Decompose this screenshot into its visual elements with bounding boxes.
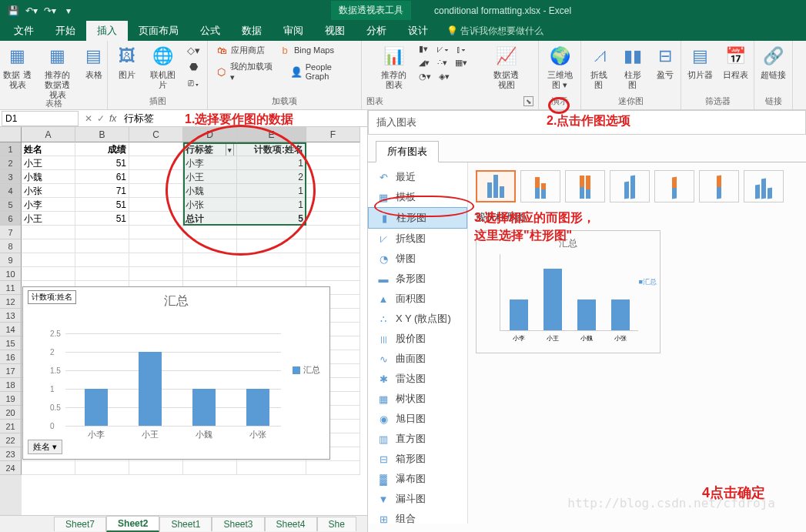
bing-maps-button[interactable]: bBing Maps <box>276 42 337 58</box>
cell[interactable] <box>306 156 360 170</box>
subtype-stacked[interactable] <box>520 170 560 202</box>
picture-button[interactable]: 🖼图片 <box>112 42 142 82</box>
cell[interactable]: 51 <box>75 198 129 212</box>
chart-type-雷达图[interactable]: ✱雷达图 <box>368 369 467 389</box>
cell[interactable] <box>75 226 129 239</box>
my-addins-button[interactable]: ⬡我的加载项 ▾ <box>212 59 279 84</box>
smartart-button[interactable]: ⬣ <box>185 59 203 74</box>
row-header-3[interactable]: 3 <box>0 170 22 184</box>
cell[interactable] <box>75 461 129 475</box>
cell[interactable]: 计数项:姓名 <box>237 142 306 156</box>
store-button[interactable]: 🛍应用商店 <box>212 42 268 58</box>
cell[interactable]: 51 <box>75 156 129 170</box>
chart-type-折线图[interactable]: ⩗折线图 <box>368 229 467 249</box>
chart-type-瀑布图[interactable]: ▓瀑布图 <box>368 469 467 489</box>
chart-type-漏斗图[interactable]: ▼漏斗图 <box>368 489 467 509</box>
col-header-D[interactable]: D <box>183 127 237 142</box>
row-header-14[interactable]: 14 <box>0 323 22 336</box>
tab-data[interactable]: 数据 <box>231 21 273 41</box>
cell[interactable] <box>75 267 129 281</box>
online-pic-button[interactable]: 🌐联机图片 <box>145 42 182 92</box>
cell[interactable] <box>306 212 360 226</box>
chart-type-模板[interactable]: ▦模板 <box>368 187 467 207</box>
cancel-icon[interactable]: ✕ <box>85 113 92 124</box>
cell[interactable] <box>306 226 360 239</box>
cell[interactable] <box>306 198 360 212</box>
cell[interactable] <box>129 170 183 184</box>
cell[interactable]: 61 <box>75 170 129 184</box>
cell[interactable] <box>237 253 306 267</box>
row-header-20[interactable]: 20 <box>0 406 22 420</box>
cell[interactable] <box>129 239 183 253</box>
cell[interactable] <box>129 156 183 170</box>
chart-type-箱形图[interactable]: ⊟箱形图 <box>368 449 467 469</box>
hyperlink-button[interactable]: 🔗超链接 <box>757 42 791 82</box>
row-header-7[interactable]: 7 <box>0 226 22 239</box>
row-header-24[interactable]: 24 <box>0 461 22 475</box>
row-header-2[interactable]: 2 <box>0 156 22 170</box>
cell[interactable]: 成绩 <box>75 142 129 156</box>
cell[interactable] <box>306 184 360 198</box>
cell[interactable] <box>183 253 237 267</box>
cell[interactable]: 小张 <box>183 198 237 212</box>
chart-type-柱形图[interactable]: ▮柱形图 <box>368 207 467 229</box>
cell[interactable] <box>129 198 183 212</box>
subtype-3d-100stacked[interactable] <box>699 170 739 202</box>
sparkline-col-button[interactable]: ▮▮柱形图 <box>617 42 648 92</box>
cell[interactable] <box>75 239 129 253</box>
chart-type-X Y (散点图)[interactable]: ∴X Y (散点图) <box>368 309 467 329</box>
sheet-tab-She[interactable]: She <box>317 517 356 531</box>
tab-layout[interactable]: 页面布局 <box>128 21 189 41</box>
undo-icon[interactable]: ↶▾ <box>25 4 38 18</box>
table-button[interactable]: ▤表格 <box>79 42 109 82</box>
scatter-chart-button[interactable]: ∴▾ <box>434 56 450 69</box>
cell[interactable] <box>129 267 183 281</box>
rec-charts-button[interactable]: 📊推荐的 图表 <box>376 42 413 92</box>
cell[interactable]: 行标签 ▾ <box>183 142 237 156</box>
row-header-4[interactable]: 4 <box>0 184 22 198</box>
cell[interactable]: 5 <box>237 212 306 226</box>
cell[interactable] <box>183 461 237 475</box>
cell[interactable] <box>237 226 306 239</box>
cell[interactable]: 小王 <box>183 170 237 184</box>
cell[interactable] <box>237 461 306 475</box>
chart-type-面积图[interactable]: ▲面积图 <box>368 289 467 309</box>
sheet-tab-Sheet2[interactable]: Sheet2 <box>106 516 159 532</box>
bar-chart-button[interactable]: ▮▾ <box>416 42 431 55</box>
sheet-tab-Sheet4[interactable]: Sheet4 <box>265 517 317 531</box>
sheet-tab-Sheet1[interactable]: Sheet1 <box>159 517 212 531</box>
row-header-16[interactable]: 16 <box>0 350 22 364</box>
area-chart-button[interactable]: ◢▾ <box>416 56 433 69</box>
save-icon[interactable]: 💾 <box>6 4 20 18</box>
col-header-E[interactable]: E <box>237 127 306 142</box>
chart-type-条形图[interactable]: ▬条形图 <box>368 269 467 289</box>
col-header-C[interactable]: C <box>129 127 183 142</box>
cell[interactable] <box>237 239 306 253</box>
cell[interactable]: 小魏 <box>183 184 237 198</box>
cell[interactable] <box>22 253 75 267</box>
pivot-chart-button[interactable]: 📈数据透视图 <box>488 42 525 92</box>
cell[interactable] <box>129 253 183 267</box>
cell[interactable] <box>129 461 183 475</box>
cell[interactable] <box>306 461 360 475</box>
row-header-21[interactable]: 21 <box>0 420 22 433</box>
cell[interactable] <box>183 226 237 239</box>
subtype-clustered[interactable] <box>476 170 516 202</box>
cell[interactable] <box>183 267 237 281</box>
col-header-F[interactable]: F <box>306 127 360 142</box>
cell[interactable]: 小魏 <box>22 170 75 184</box>
row-header-9[interactable]: 9 <box>0 253 22 267</box>
row-header-15[interactable]: 15 <box>0 336 22 350</box>
3d-map-button[interactable]: 🌍三维地 图 ▾ <box>541 42 578 92</box>
subtype-100stacked[interactable] <box>565 170 605 202</box>
row-header-13[interactable]: 13 <box>0 309 22 323</box>
tab-review[interactable]: 审阅 <box>273 21 314 41</box>
cell[interactable]: 小张 <box>22 184 75 198</box>
cell[interactable] <box>22 461 75 475</box>
row-header-6[interactable]: 6 <box>0 212 22 226</box>
tab-formulas[interactable]: 公式 <box>189 21 231 41</box>
tab-file[interactable]: 文件 <box>3 21 45 41</box>
row-header-8[interactable]: 8 <box>0 239 22 253</box>
shapes-button[interactable]: ◇▾ <box>185 42 203 58</box>
row-header-23[interactable]: 23 <box>0 447 22 461</box>
